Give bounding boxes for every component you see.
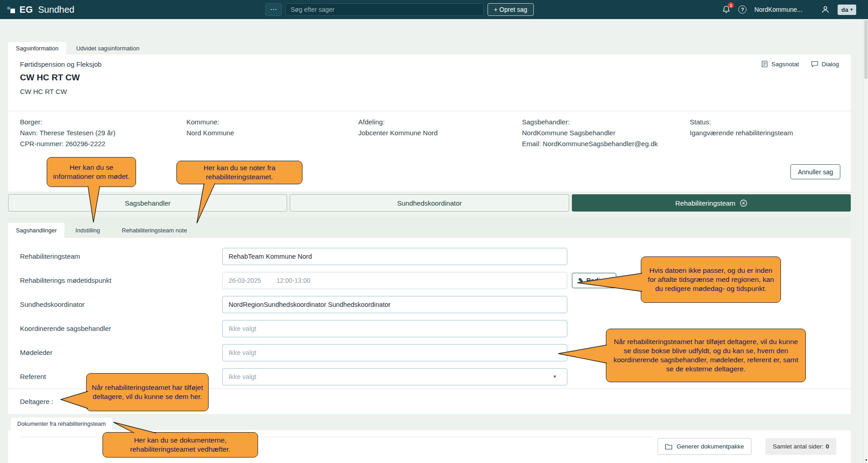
callout-tail bbox=[190, 182, 216, 224]
sagsbehandler-label: Sagsbehandler: bbox=[522, 117, 690, 128]
scrollbar-thumb[interactable] bbox=[864, 20, 868, 79]
borger-navn: Navn: Therese Testesen (29 år) bbox=[20, 128, 186, 138]
kommune-label: Kommune: bbox=[186, 117, 358, 128]
callout-tail bbox=[59, 389, 89, 410]
create-case-button[interactable]: + Opret sag bbox=[488, 3, 534, 16]
callout-participants-list: Når rehabiliteringsteamet har tilføjet d… bbox=[86, 373, 209, 411]
folder-icon bbox=[665, 443, 673, 450]
subtab-rehabiliteringsteam-note[interactable]: Rehabiliteringsteam note bbox=[111, 223, 198, 238]
moede-time: 12:00-13:00 bbox=[277, 277, 311, 284]
eg-logo-icon bbox=[7, 5, 15, 14]
topbar-right: 1 ? NordKommune... da ▾ bbox=[722, 0, 856, 19]
info-afdeling: Afdeling: Jobcenter Kommune Nord bbox=[358, 117, 522, 158]
cancel-case-button[interactable]: Annuller sag bbox=[790, 164, 840, 179]
generate-label: Generer dokumentpakke bbox=[677, 443, 744, 450]
note-icon bbox=[761, 60, 768, 68]
callout-team-notes: Her kan du se noter fra rehabiliteringst… bbox=[176, 161, 302, 184]
org-name[interactable]: NordKommune... bbox=[754, 6, 802, 13]
referent-placeholder: Ikke valgt bbox=[229, 373, 256, 380]
role-button-sundhedskoordinator[interactable]: Sundhedskoordinator bbox=[290, 194, 569, 212]
borger-label: Borger: bbox=[20, 117, 186, 128]
brand-bold: EG bbox=[20, 5, 33, 15]
callout-meeting-info: Her kan du se informationer om mødet. bbox=[47, 157, 136, 187]
topbar-center: ⋯ + Opret sag bbox=[265, 3, 534, 16]
role-button-sagsbehandler[interactable]: Sagsbehandler bbox=[8, 194, 287, 212]
callout-tail bbox=[84, 185, 104, 223]
dialog-label: Dialog bbox=[822, 61, 839, 68]
role-button-rehabiliteringsteam[interactable]: Rehabiliteringsteam bbox=[572, 194, 851, 212]
role-buttons: Sagsbehandler Sundhedskoordinator Rehabi… bbox=[8, 194, 851, 212]
subtab-indstilling[interactable]: Indstilling bbox=[64, 223, 111, 238]
brand-name: Sundhed bbox=[38, 5, 74, 15]
sagsnotat-button[interactable]: Sagsnotat bbox=[761, 60, 799, 68]
tab-dokumenter-fra-rehabiliteringsteam[interactable]: Dokumenter fra rehabiliteringsteam bbox=[11, 418, 112, 430]
sub-tabstrip: Sagshandlinger Indstilling Rehabiliterin… bbox=[8, 217, 851, 238]
chevron-down-icon: ▾ bbox=[553, 374, 556, 379]
case-info-row: Borger: Navn: Therese Testesen (29 år) C… bbox=[8, 111, 851, 158]
borger-cpr: CPR-nummer: 260296-2222 bbox=[20, 138, 186, 149]
notification-badge: 1 bbox=[728, 2, 734, 8]
sagsbehandler-email: Email: NordKommuneSagsbehandler@eg.dk bbox=[522, 138, 690, 149]
callout-edit-meeting-date: Hvis datoen ikke passer, og du er inden … bbox=[641, 256, 781, 303]
referent-select[interactable]: Ikke valgt ▾ bbox=[222, 368, 567, 385]
subtab-sagshandlinger[interactable]: Sagshandlinger bbox=[8, 223, 64, 238]
vertical-scrollbar[interactable]: ▾ bbox=[863, 19, 868, 463]
afdeling-label: Afdeling: bbox=[358, 117, 522, 128]
total-pages-value: 0 bbox=[826, 443, 829, 450]
info-sagsbehandler: Sagsbehandler: NordKommune Sagsbehandler… bbox=[522, 117, 690, 158]
main-tabstrip: Sagsinformation Udvidet sagsinformation bbox=[8, 42, 851, 54]
callout-tail bbox=[576, 271, 643, 293]
case-links: Sagsnotat Dialog bbox=[761, 60, 839, 68]
info-status: Status: Igangværende rehabiliteringsteam bbox=[690, 117, 851, 158]
dialog-button[interactable]: Dialog bbox=[811, 60, 839, 68]
callout-tail bbox=[557, 343, 608, 365]
chat-icon bbox=[811, 60, 819, 68]
sagsbehandler-value: NordKommune Sagsbehandler bbox=[522, 128, 690, 138]
tab-udvidet-sagsinformation[interactable]: Udvidet sagsinformation bbox=[66, 42, 149, 54]
sundhedskoordinator-label: Sundhedskoordinator bbox=[20, 300, 222, 308]
moedeleder-label: Mødeleder bbox=[20, 349, 222, 356]
more-menu-button[interactable]: ⋯ bbox=[265, 3, 282, 16]
callout-participants-fields: Når rehabiliteringsteamet har tilføjet d… bbox=[606, 329, 806, 382]
info-borger: Borger: Navn: Therese Testesen (29 år) C… bbox=[20, 117, 186, 158]
moedetidspunkt-label: Rehabiliterings mødetidspunkt bbox=[20, 276, 222, 284]
koordinerende-input[interactable] bbox=[222, 320, 567, 337]
case-subtitle: CW HC RT CW bbox=[20, 88, 839, 95]
sagsnotat-label: Sagsnotat bbox=[771, 61, 799, 68]
status-value: Igangværende rehabiliteringsteam bbox=[690, 128, 851, 138]
total-pages-label: Samlet antal sider: bbox=[773, 443, 824, 450]
language-select[interactable]: da ▾ bbox=[838, 5, 856, 15]
scroll-down-arrow-icon[interactable]: ▾ bbox=[864, 458, 868, 462]
language-value: da bbox=[841, 6, 848, 13]
brand[interactable]: EG Sundhed bbox=[7, 0, 74, 19]
kommune-value: Nord Kommune bbox=[186, 128, 358, 138]
deltagere-label: Deltagere : bbox=[20, 398, 53, 405]
team-input[interactable] bbox=[222, 248, 567, 265]
generate-document-package-button[interactable]: Generer dokumentpakke bbox=[658, 438, 751, 455]
sundhedskoordinator-input[interactable] bbox=[222, 296, 567, 313]
callout-team-documents: Her kan du se dokumenterne, rehabiliteri… bbox=[102, 432, 258, 458]
team-label: Rehabiliteringsteam bbox=[20, 252, 222, 260]
info-kommune: Kommune: Nord Kommune bbox=[186, 117, 358, 158]
case-title: CW HC RT CW bbox=[20, 73, 839, 83]
status-label: Status: bbox=[690, 117, 851, 128]
moedeleder-input[interactable] bbox=[222, 344, 567, 361]
moede-date: 26-03-2025 bbox=[229, 277, 261, 284]
total-pages-badge: Samlet antal sider: 0 bbox=[766, 438, 836, 455]
moedetidspunkt-field: 26-03-2025 12:00-13:00 bbox=[222, 272, 567, 289]
search-input[interactable] bbox=[285, 3, 484, 16]
user-profile-icon[interactable] bbox=[821, 5, 830, 14]
help-icon[interactable]: ? bbox=[738, 5, 746, 14]
role-label: Rehabiliteringsteam bbox=[675, 199, 736, 207]
tab-sagsinformation[interactable]: Sagsinformation bbox=[8, 42, 66, 54]
koordinerende-label: Koordinerende sagsbehandler bbox=[20, 325, 222, 332]
case-header: Førtidspension og Fleksjob CW HC RT CW C… bbox=[8, 54, 851, 111]
case-type: Førtidspension og Fleksjob bbox=[20, 60, 839, 68]
circle-x-icon bbox=[740, 199, 747, 207]
chevron-down-icon: ▾ bbox=[850, 7, 853, 12]
topbar: EG Sundhed ⋯ + Opret sag 1 ? NordKommune… bbox=[0, 0, 868, 19]
afdeling-value: Jobcenter Kommune Nord bbox=[358, 128, 522, 138]
callout-tail bbox=[109, 419, 160, 435]
notifications-bell-icon[interactable]: 1 bbox=[722, 5, 731, 14]
